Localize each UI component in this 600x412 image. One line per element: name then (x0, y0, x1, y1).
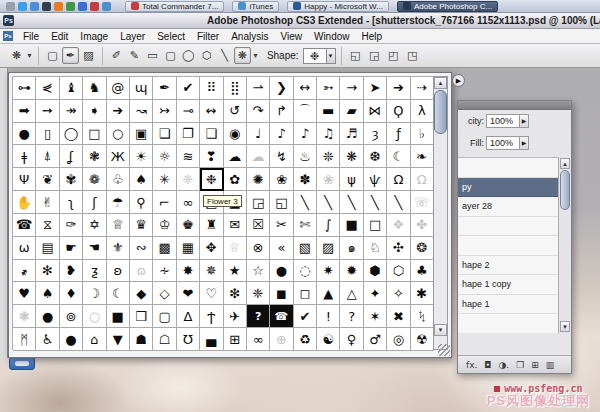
shape-cell[interactable]: ↝ (130, 100, 153, 123)
shape-cell[interactable]: ❀ (317, 168, 340, 191)
shape-cell[interactable]: ☚ (83, 237, 106, 260)
draw-mode-button-1[interactable]: ✒ (62, 47, 79, 64)
shape-tool-button-4[interactable]: ◯ (180, 47, 197, 64)
shape-tool-button-6[interactable]: ╲ (216, 47, 233, 64)
shape-cell[interactable]: ✄ (294, 214, 317, 237)
layer-row[interactable] (458, 314, 571, 333)
shape-cell[interactable]: ❃ (13, 305, 36, 328)
shape-picker-scrollbar[interactable]: ▲ ▼ (433, 76, 448, 350)
shape-cell[interactable]: ⌒ (294, 100, 317, 123)
shape-cell[interactable]: ⍋ (36, 145, 59, 168)
shape-cell[interactable]: ♧ (107, 168, 130, 191)
shape-cell[interactable]: ☎ (13, 214, 36, 237)
shape-cell[interactable]: ↠ (60, 100, 83, 123)
shape-cell[interactable]: ○ (107, 123, 130, 146)
shape-cell[interactable]: ▲ (317, 282, 340, 305)
shape-cell[interactable]: ● (60, 328, 83, 351)
shape-cell[interactable]: « (270, 237, 293, 260)
shape-cell[interactable]: ? (340, 305, 363, 328)
shape-cell[interactable]: ≋ (177, 145, 200, 168)
shape-cell[interactable]: ! (317, 305, 340, 328)
layers-scrollbar[interactable]: ▲ ▼ (558, 157, 571, 333)
shape-cell[interactable]: ✸ (177, 260, 200, 283)
shape-cell[interactable]: ⌂ (83, 328, 106, 351)
shape-cell[interactable]: ❯ (270, 77, 293, 100)
shape-cell[interactable]: ❤ (177, 282, 200, 305)
shape-cell[interactable]: ❈ (247, 282, 270, 305)
picker-menu-button[interactable]: ▶ (452, 74, 465, 87)
shape-cell[interactable]: ❖ (387, 214, 410, 237)
shape-cell[interactable]: ❑ (200, 123, 223, 146)
shape-cell[interactable]: ▦ (177, 237, 200, 260)
shape-cell[interactable]: ✔ (177, 77, 200, 100)
shape-cell[interactable]: ʆ (60, 145, 83, 168)
shape-cell[interactable]: ♪ (294, 123, 317, 146)
shape-cell[interactable]: ★ (224, 260, 247, 283)
shape-cell[interactable]: ✣ (387, 237, 410, 260)
shape-cell[interactable]: ▧ (294, 237, 317, 260)
shape-cell[interactable]: ▣ (130, 123, 153, 146)
menu-window[interactable]: Window (308, 29, 356, 44)
shape-cell[interactable]: ✷ (317, 260, 340, 283)
shape-cell[interactable]: □ (83, 123, 106, 146)
shape-cell[interactable]: @ (107, 77, 130, 100)
shape-cell[interactable]: ↷ (247, 100, 270, 123)
shape-cell[interactable]: ➤ (364, 77, 387, 100)
shape-cell[interactable]: ❇ (224, 282, 247, 305)
shape-cell[interactable]: ☎ (270, 305, 293, 328)
shape-cell[interactable]: ⌐ (153, 191, 176, 214)
shape-cell[interactable]: Ʊ (177, 328, 200, 351)
delete-layer-icon[interactable]: ▥ (546, 360, 555, 370)
shape-cell[interactable]: ⇢ (411, 77, 434, 100)
shape-cell[interactable]: ▰ (340, 100, 363, 123)
shape-cell[interactable]: ╲ (294, 191, 317, 214)
shape-cell[interactable]: ☂ (107, 191, 130, 214)
shape-cell[interactable]: ⋞ (36, 77, 59, 100)
shape-cell[interactable]: ➧ (83, 100, 106, 123)
shape-cell[interactable]: ⬢ (364, 260, 387, 283)
shape-cell[interactable]: ⋈ (364, 100, 387, 123)
shape-cell[interactable]: ✧ (387, 282, 410, 305)
shape-cell[interactable]: ✽ (294, 168, 317, 191)
shape-cell[interactable]: ✿ (224, 168, 247, 191)
menu-filter[interactable]: Filter (191, 29, 225, 44)
adjustment-layer-icon[interactable]: ◑. (498, 360, 509, 370)
scroll-down-arrow[interactable]: ▼ (434, 324, 447, 336)
menu-analysis[interactable]: Analysis (225, 29, 274, 44)
menu-image[interactable]: Image (74, 29, 114, 44)
combine-button-2[interactable]: ◰ (385, 47, 402, 64)
shape-cell[interactable]: ✶ (364, 305, 387, 328)
shape-cell[interactable]: ▢ (153, 305, 176, 328)
menu-help[interactable]: Help (356, 29, 389, 44)
shape-thumbnail[interactable]: ❉ (303, 48, 327, 64)
shape-cell[interactable]: ❣ (200, 145, 223, 168)
shape-cell[interactable]: ƺ (83, 260, 106, 283)
shape-cell[interactable]: ↭ (200, 100, 223, 123)
resize-grip[interactable] (438, 344, 450, 356)
shape-cell[interactable]: ∞ (247, 328, 270, 351)
shape-cell[interactable]: ◱ (270, 191, 293, 214)
shape-cell[interactable]: Δ (177, 305, 200, 328)
shape-cell[interactable]: ☢ (411, 328, 434, 351)
shape-cell[interactable]: ● (36, 305, 59, 328)
geometry-options-arrow[interactable]: ▼ (252, 52, 259, 59)
shape-cell[interactable]: ⊸ (177, 100, 200, 123)
menu-edit[interactable]: Edit (45, 29, 74, 44)
shape-cell[interactable]: Ϙ (387, 100, 410, 123)
shape-cell[interactable]: ∞ (177, 191, 200, 214)
shape-cell[interactable]: ♂ (364, 328, 387, 351)
shape-cell[interactable]: ❦ (36, 168, 59, 191)
shape-cell[interactable]: ⊗ (247, 237, 270, 260)
shape-cell[interactable]: ♜ (200, 214, 223, 237)
shape-cell[interactable]: ♠ (130, 168, 153, 191)
shape-cell[interactable]: ♣ (411, 260, 434, 283)
shape-cell[interactable]: △ (340, 282, 363, 305)
shape-cell[interactable]: ➡ (13, 100, 36, 123)
layer-row[interactable]: hape 2 (458, 256, 571, 276)
shape-cell[interactable]: ◲ (247, 191, 270, 214)
shape-cell[interactable]: ╲ (340, 191, 363, 214)
shape-cell[interactable]: Ϯ (200, 305, 223, 328)
shape-cell[interactable]: ȝ (364, 123, 387, 146)
shape-cell[interactable]: ☏ (411, 191, 434, 214)
menu-select[interactable]: Select (151, 29, 191, 44)
